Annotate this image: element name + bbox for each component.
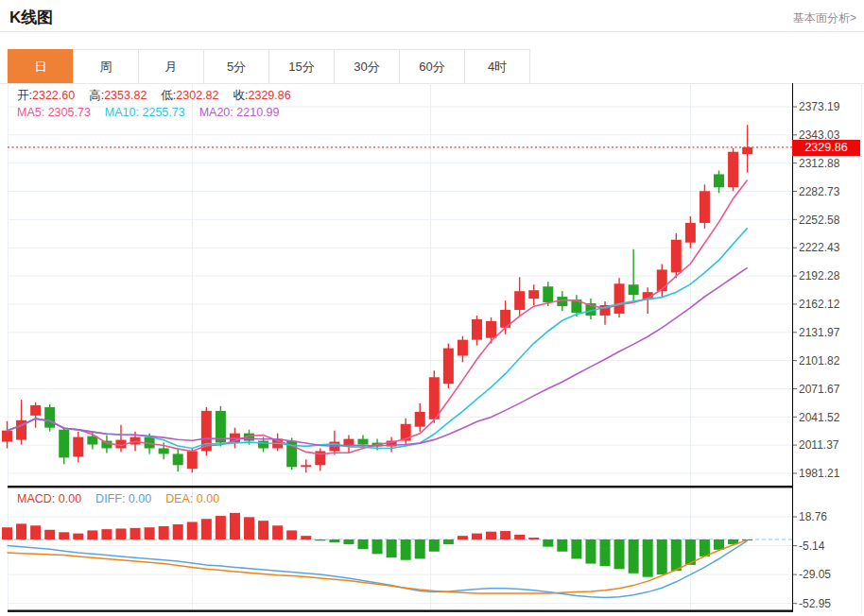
title-divider [0, 31, 864, 32]
tab-day[interactable]: 日 [8, 49, 74, 84]
page-title: K线图 [9, 7, 53, 28]
macd-value: 0.00 [59, 492, 81, 505]
svg-text:2252.58: 2252.58 [799, 214, 840, 227]
open-value: 2322.60 [32, 89, 75, 102]
svg-text:2312.88: 2312.88 [799, 157, 840, 170]
low-value: 2302.82 [176, 89, 218, 102]
current-price-badge: 2329.86 [792, 140, 860, 156]
svg-text:2222.43: 2222.43 [799, 241, 840, 254]
svg-text:2192.28: 2192.28 [799, 269, 840, 282]
svg-text:2071.67: 2071.67 [799, 383, 840, 396]
high-label: 高: [89, 89, 104, 102]
svg-text:-52.95: -52.95 [799, 597, 831, 610]
tab-15min[interactable]: 15分 [268, 49, 335, 84]
tab-30min[interactable]: 30分 [334, 49, 400, 84]
svg-text:-5.14: -5.14 [799, 539, 825, 553]
dea-value: 0.00 [197, 492, 219, 505]
ma5-label: MA5: [17, 106, 44, 119]
macd-label: MACD: [17, 492, 55, 505]
svg-text:2373.19: 2373.19 [799, 100, 840, 113]
fundamental-analysis-link[interactable]: 基本面分析> [793, 10, 856, 26]
ohlc-readout: 开:2322.60 高:2353.82 低:2302.82 收:2329.86 [17, 88, 305, 104]
ma-readout: MA5: 2305.73 MA10: 2255.73 MA20: 2210.99 [17, 106, 293, 119]
svg-text:2011.37: 2011.37 [799, 438, 839, 452]
tab-60min[interactable]: 60分 [399, 49, 465, 84]
svg-text:18.76: 18.76 [799, 510, 827, 523]
svg-text:-29.05: -29.05 [799, 568, 831, 581]
svg-text:2101.82: 2101.82 [799, 354, 840, 368]
close-label: 收: [233, 89, 249, 102]
ma5-value: 2305.73 [48, 106, 91, 119]
macd-readout: MACD: 0.00 DIFF: 0.00 DEA: 0.00 [17, 492, 233, 505]
dea-label: DEA: [165, 492, 193, 505]
svg-text:2282.73: 2282.73 [799, 185, 840, 198]
kline-app: K线图 基本面分析> 日周月5分15分30分60分4时 2373.192343.… [0, 0, 864, 616]
tab-week[interactable]: 周 [73, 49, 139, 84]
diff-value: 0.00 [129, 492, 151, 505]
tab-5min[interactable]: 5分 [203, 49, 269, 84]
svg-text:2041.52: 2041.52 [799, 411, 840, 424]
svg-text:2131.97: 2131.97 [799, 326, 840, 339]
ma10-label: MA10: [105, 106, 139, 119]
kline-chart-svg: 2373.192343.032312.882282.732252.582222.… [0, 83, 864, 616]
low-label: 低: [161, 89, 176, 102]
timeframe-tab-bar: 日周月5分15分30分60分4时 [8, 49, 530, 84]
open-label: 开: [17, 89, 32, 102]
close-value: 2329.86 [249, 89, 291, 102]
ma20-value: 2210.99 [236, 106, 279, 119]
diff-label: DIFF: [95, 492, 125, 505]
svg-text:2162.12: 2162.12 [799, 298, 840, 311]
tab-4hour[interactable]: 4时 [464, 49, 530, 84]
ma10-value: 2255.73 [142, 106, 184, 119]
chart-area: 2373.192343.032312.882282.732252.582222.… [0, 83, 864, 616]
svg-text:1981.21: 1981.21 [799, 467, 840, 480]
tab-month[interactable]: 月 [138, 49, 204, 84]
ma20-label: MA20: [199, 106, 233, 119]
high-value: 2353.82 [104, 89, 147, 102]
